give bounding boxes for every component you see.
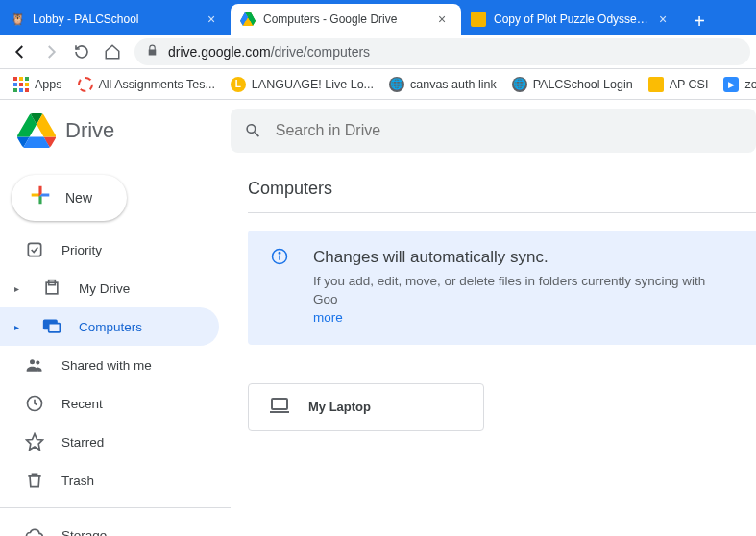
nav-label: Priority xyxy=(61,243,102,257)
search-input[interactable] xyxy=(276,122,743,139)
priority-icon xyxy=(25,240,44,259)
apcsi-icon xyxy=(648,77,664,92)
bookmark-label: PALCSchool Login xyxy=(533,78,633,91)
circle-icon xyxy=(78,77,93,92)
svg-rect-7 xyxy=(28,243,40,256)
nav-priority[interactable]: Priority xyxy=(0,231,219,269)
globe-icon: 🌐 xyxy=(512,77,527,92)
zoom-icon: ▶ xyxy=(723,77,739,92)
nav-mydrive[interactable]: ▸ My Drive xyxy=(0,269,219,307)
laptop-icon xyxy=(268,394,291,421)
divider xyxy=(0,507,231,508)
trash-icon xyxy=(25,471,44,490)
bookmark-label: All Assignments Tes... xyxy=(99,78,215,91)
tab-title: Copy of Plot Puzzle Odyssey - Go xyxy=(494,12,651,26)
banner-body: If you add, edit, move, or delete files … xyxy=(313,274,705,306)
nav-label: Computers xyxy=(79,320,142,334)
address-bar[interactable]: drive.google.com/drive/computers xyxy=(134,38,750,65)
info-icon xyxy=(271,248,290,328)
drive-icon xyxy=(240,12,256,27)
star-icon xyxy=(25,432,44,451)
computers-icon xyxy=(42,317,61,336)
close-icon[interactable]: × xyxy=(659,12,672,27)
new-button[interactable]: New xyxy=(12,175,127,221)
svg-rect-19 xyxy=(272,399,287,409)
svg-rect-11 xyxy=(49,324,61,332)
owl-icon: 🦉 xyxy=(10,12,25,27)
close-icon[interactable]: × xyxy=(438,12,451,27)
bookmarks-bar: Apps All Assignments Tes... L LANGUAGE! … xyxy=(0,69,756,100)
nav-label: Shared with me xyxy=(61,358,152,373)
nav-label: My Drive xyxy=(79,281,130,296)
back-button[interactable] xyxy=(6,37,35,66)
svg-point-13 xyxy=(36,360,39,364)
drive-logo[interactable]: Drive xyxy=(0,113,231,148)
nav-starred[interactable]: Starred xyxy=(0,423,219,461)
nav-label: Storage xyxy=(61,528,107,537)
browser-toolbar: drive.google.com/drive/computers xyxy=(0,35,756,69)
bookmark-zoom[interactable]: ▶ zoom.us xyxy=(718,73,756,96)
nav-recent[interactable]: Recent xyxy=(0,384,219,423)
new-tab-button[interactable]: + xyxy=(686,8,713,35)
device-card[interactable]: My Laptop xyxy=(248,383,484,431)
nav-label: Trash xyxy=(61,474,94,488)
svg-point-12 xyxy=(30,359,35,364)
home-button[interactable] xyxy=(98,37,127,66)
bookmark-label: AP CSI xyxy=(670,78,709,91)
close-icon[interactable]: × xyxy=(207,12,221,27)
bookmark-assignments[interactable]: All Assignments Tes... xyxy=(72,73,221,96)
nav-storage[interactable]: Storage xyxy=(0,516,219,536)
bookmark-apcsi[interactable]: AP CSI xyxy=(643,73,715,96)
drive-header: Drive xyxy=(0,100,756,161)
page-title: Computers xyxy=(248,179,756,213)
plus-icon xyxy=(27,182,54,215)
tab-title: Lobby - PALCSchool xyxy=(33,12,200,26)
bookmark-language[interactable]: L LANGUAGE! Live Lo... xyxy=(225,73,379,96)
forward-button[interactable] xyxy=(37,37,65,66)
tab-slides[interactable]: Copy of Plot Puzzle Odyssey - Go × xyxy=(461,4,682,35)
nav-shared[interactable]: Shared with me xyxy=(0,346,219,384)
new-button-label: New xyxy=(65,190,92,206)
drive-small-icon xyxy=(42,279,61,298)
clock-icon xyxy=(25,394,44,413)
info-banner: Changes will automatically sync. If you … xyxy=(248,231,756,345)
search-icon xyxy=(244,121,262,140)
bookmark-label: Apps xyxy=(35,78,62,91)
nav-label: Starred xyxy=(61,435,104,450)
chevron-right-icon: ▸ xyxy=(8,283,25,294)
slides-icon xyxy=(471,12,486,27)
nav-trash[interactable]: Trash xyxy=(0,461,219,499)
nav-computers[interactable]: ▸ Computers xyxy=(0,307,219,346)
nav-label: Recent xyxy=(61,397,103,411)
bookmark-label: canvas auth link xyxy=(410,78,497,91)
tab-title: Computers - Google Drive xyxy=(263,12,430,26)
apps-button[interactable]: Apps xyxy=(8,73,68,96)
bookmark-label: zoom.us xyxy=(744,78,756,91)
globe-icon: 🌐 xyxy=(389,77,404,92)
apps-icon xyxy=(13,77,29,92)
sidebar: New Priority ▸ My Drive ▸ Computers Shar… xyxy=(0,161,231,536)
bookmark-palcschool[interactable]: 🌐 PALCSchool Login xyxy=(506,73,639,96)
banner-heading: Changes will automatically sync. xyxy=(313,248,733,267)
banner-more-link[interactable]: more xyxy=(313,310,343,325)
main-content: Computers Changes will automatically syn… xyxy=(231,161,756,536)
device-name: My Laptop xyxy=(308,400,371,414)
svg-point-18 xyxy=(279,253,280,255)
bookmark-canvas[interactable]: 🌐 canvas auth link xyxy=(383,73,502,96)
bookmark-label: LANGUAGE! Live Lo... xyxy=(252,78,374,91)
browser-tab-strip: 🦉 Lobby - PALCSchool × Computers - Googl… xyxy=(0,0,756,35)
cloud-icon xyxy=(25,525,44,536)
search-bar[interactable] xyxy=(231,109,756,153)
svg-marker-15 xyxy=(27,434,43,451)
reload-button[interactable] xyxy=(67,37,96,66)
tab-drive[interactable]: Computers - Google Drive × xyxy=(231,4,461,35)
drive-logo-text: Drive xyxy=(65,118,114,143)
language-icon: L xyxy=(231,77,246,92)
drive-logo-icon xyxy=(17,113,56,148)
shared-icon xyxy=(25,355,44,375)
url-text: drive.google.com/drive/computers xyxy=(168,44,370,60)
lock-icon xyxy=(146,44,159,60)
chevron-right-icon: ▸ xyxy=(8,322,25,332)
tab-lobby[interactable]: 🦉 Lobby - PALCSchool × xyxy=(0,4,231,35)
